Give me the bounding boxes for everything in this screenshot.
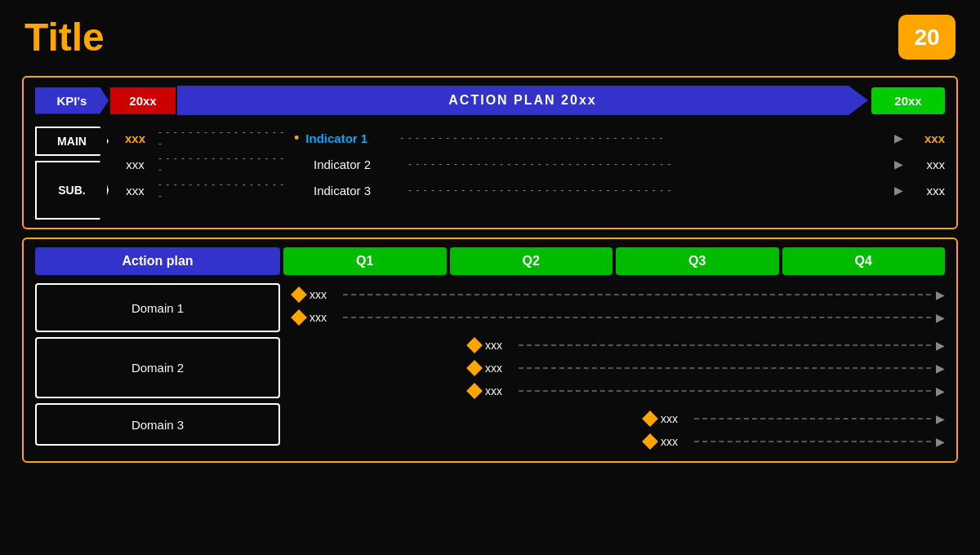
diamond-d3-1 bbox=[642, 411, 658, 427]
action-header-row: Action plan Q1 Q2 Q3 Q4 bbox=[35, 247, 945, 275]
diamond-d3-2 bbox=[642, 433, 658, 450]
gantt-arrow-d3-2: ▶ bbox=[936, 435, 945, 448]
kpi-dashes-right-3: - - - - - - - - - - - - - - - - - - - - … bbox=[408, 184, 889, 196]
gantt-line-d1-2 bbox=[343, 317, 931, 318]
kpi-dashes-right-1: - - - - - - - - - - - - - - - - - - - - … bbox=[400, 132, 889, 144]
kpi-row-2: xxx - - - - - - - - - - - - - - - - - - … bbox=[117, 153, 945, 175]
diamond-d1-2 bbox=[291, 309, 307, 326]
page-title: Title bbox=[24, 15, 105, 60]
diamond-d2-2 bbox=[466, 360, 483, 376]
q3-label: Q3 bbox=[616, 247, 779, 275]
diamond-d2-3 bbox=[466, 383, 483, 399]
gantt-line-d3-2 bbox=[694, 441, 931, 442]
kpi-indicator-3: Indicator 3 bbox=[314, 184, 403, 198]
domain-2-box: Domain 2 bbox=[35, 337, 280, 398]
gantt-val-d3-2: xxx bbox=[661, 435, 689, 448]
kpi-val-right-2: xxx bbox=[908, 158, 945, 171]
action-body: Domain 1 Domain 2 Domain 3 xxx ▶ xxx ▶ bbox=[35, 283, 945, 453]
q1-label: Q1 bbox=[283, 247, 447, 275]
kpi-val-left-1: xxx bbox=[117, 131, 154, 145]
kpi-indicator-1: Indicator 1 bbox=[305, 131, 395, 145]
action-section: Action plan Q1 Q2 Q3 Q4 Domain 1 Domain … bbox=[22, 238, 958, 463]
kpi-dashes-left-1: - - - - - - - - - - - - - - - - - - bbox=[158, 127, 289, 149]
gantt-arrow-d2-1: ▶ bbox=[936, 339, 945, 352]
gantt-arrow-d1-1: ▶ bbox=[936, 288, 945, 301]
gantt-row-d2-2: xxx ▶ bbox=[288, 357, 945, 380]
gantt-line-d2-3 bbox=[519, 390, 931, 392]
gantt-val-d2-3: xxx bbox=[485, 384, 514, 397]
domain-col: Domain 1 Domain 2 Domain 3 bbox=[35, 283, 280, 453]
diamond-d1-1 bbox=[291, 286, 307, 303]
kpi-year-right: 20xx bbox=[871, 87, 945, 114]
kpi-arrow-end-1: ▶ bbox=[894, 131, 903, 144]
domain-3-box: Domain 3 bbox=[35, 403, 280, 446]
kpi-arrow-bar: ACTION PLAN 20xx bbox=[177, 86, 868, 115]
domain-1-box: Domain 1 bbox=[35, 283, 280, 332]
gantt-line-d3-1 bbox=[694, 418, 931, 420]
kpi-arrow-end-2: ▶ bbox=[894, 158, 903, 171]
sub-label: SUB. bbox=[35, 161, 109, 220]
kpi-header-row: KPI's 20xx ACTION PLAN 20xx 20xx bbox=[35, 86, 945, 115]
gantt-arrow-d1-2: ▶ bbox=[936, 311, 945, 324]
gantt-val-d1-1: xxx bbox=[310, 288, 338, 301]
kpi-categories: MAIN SUB. bbox=[35, 127, 109, 220]
kpi-row-3: xxx - - - - - - - - - - - - - - - - - - … bbox=[117, 179, 945, 202]
action-plan-label: Action plan bbox=[35, 247, 280, 275]
diamond-d2-1 bbox=[466, 337, 483, 353]
kpi-val-left-2: xxx bbox=[117, 158, 154, 171]
kpi-bullet-1: • bbox=[294, 130, 299, 147]
gantt-line-d2-2 bbox=[519, 367, 931, 369]
kpi-val-left-3: xxx bbox=[117, 184, 154, 198]
q2-label: Q2 bbox=[450, 247, 613, 275]
gantt-row-d2-1: xxx ▶ bbox=[288, 334, 945, 357]
kpi-dashes-right-2: - - - - - - - - - - - - - - - - - - - - … bbox=[408, 158, 889, 170]
kpi-arrow-bar-text: ACTION PLAN 20xx bbox=[448, 93, 596, 108]
gantt-line-d2-1 bbox=[519, 344, 931, 346]
kpi-indicator-2: Indicator 2 bbox=[314, 158, 403, 171]
kpi-dashes-left-2: - - - - - - - - - - - - - - - - - - bbox=[158, 153, 289, 175]
gantt-col: xxx ▶ xxx ▶ xxx ▶ bbox=[280, 283, 945, 453]
kpi-year-left: 20xx bbox=[110, 87, 176, 114]
gantt-row-d2-3: xxx ▶ bbox=[288, 380, 945, 402]
kpi-label: KPI's bbox=[35, 87, 109, 114]
gantt-arrow-d2-3: ▶ bbox=[936, 384, 945, 397]
gantt-row-d3-1: xxx ▶ bbox=[288, 407, 945, 430]
gantt-arrow-d2-2: ▶ bbox=[936, 362, 945, 375]
gantt-row-d3-2: xxx ▶ bbox=[288, 430, 945, 453]
q4-label: Q4 bbox=[782, 247, 946, 275]
main-label: MAIN bbox=[35, 127, 109, 156]
kpi-dashes-left-3: - - - - - - - - - - - - - - - - - - bbox=[158, 179, 289, 202]
gantt-val-d2-1: xxx bbox=[485, 339, 514, 352]
kpi-body: MAIN SUB. xxx - - - - - - - - - - - - - … bbox=[35, 127, 945, 220]
gantt-val-d2-2: xxx bbox=[485, 362, 514, 375]
gantt-arrow-d3-1: ▶ bbox=[936, 412, 945, 425]
kpi-val-right-1: xxx bbox=[908, 131, 945, 145]
gantt-val-d3-1: xxx bbox=[661, 412, 689, 425]
gantt-row-d1-2: xxx ▶ bbox=[288, 306, 945, 329]
kpi-section: KPI's 20xx ACTION PLAN 20xx 20xx MAIN SU… bbox=[22, 76, 958, 229]
page-number: 20 bbox=[898, 15, 956, 60]
kpi-row-1: xxx - - - - - - - - - - - - - - - - - - … bbox=[117, 127, 945, 149]
gantt-row-d1-1: xxx ▶ bbox=[288, 283, 945, 306]
gantt-val-d1-2: xxx bbox=[310, 311, 338, 324]
header: Title 20 bbox=[0, 0, 980, 68]
kpi-arrow-end-3: ▶ bbox=[894, 184, 903, 197]
kpi-rows: xxx - - - - - - - - - - - - - - - - - - … bbox=[117, 127, 945, 220]
gantt-line-d1-1 bbox=[343, 294, 931, 295]
kpi-val-right-3: xxx bbox=[908, 184, 945, 198]
